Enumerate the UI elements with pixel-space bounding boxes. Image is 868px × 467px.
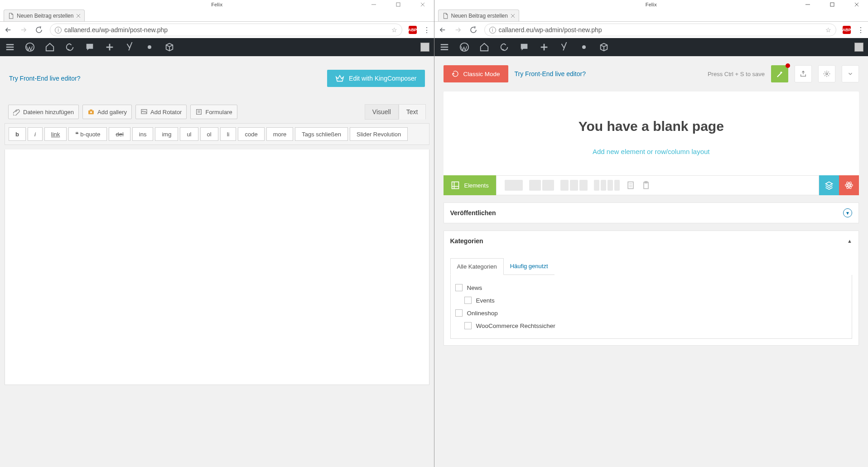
add-rotator-button[interactable]: Add Rotator <box>135 105 187 119</box>
home-icon[interactable] <box>44 42 55 53</box>
back-button[interactable] <box>438 25 447 34</box>
qt-img[interactable]: img <box>155 127 178 141</box>
qt-li[interactable]: li <box>220 127 236 141</box>
tab-close-icon[interactable] <box>76 14 81 18</box>
refresh-icon[interactable] <box>64 42 75 53</box>
forms-button[interactable]: Formulare <box>190 105 237 119</box>
adblock-icon[interactable]: ABP <box>409 26 417 34</box>
export-button[interactable] <box>795 65 812 82</box>
category-item[interactable]: Onlineshop <box>455 307 848 319</box>
kingcomposer-button[interactable]: Edit with KingComposer <box>327 70 424 87</box>
qt-link[interactable]: link <box>44 127 67 141</box>
wp-logo-icon[interactable] <box>459 42 470 53</box>
categories-header[interactable]: Kategorien ▲ <box>444 231 859 251</box>
category-item[interactable]: WooCommerce Rechtssicher <box>455 319 848 332</box>
forward-button[interactable] <box>19 25 28 34</box>
refresh-icon[interactable] <box>499 42 510 53</box>
try-frontend-link[interactable]: Try Front-End live editor? <box>515 70 586 77</box>
checkbox[interactable] <box>455 309 463 317</box>
package-icon[interactable] <box>164 42 175 53</box>
close-button[interactable] <box>849 0 864 9</box>
qt-bquote[interactable]: ❝b-quote <box>68 127 107 141</box>
tab-all-categories[interactable]: Alle Kategorien <box>450 258 504 275</box>
forward-button[interactable] <box>453 25 463 34</box>
elements-button[interactable]: Elements <box>444 175 496 195</box>
reload-button[interactable] <box>469 25 478 34</box>
close-button[interactable] <box>415 0 430 9</box>
qt-bold[interactable]: b <box>9 127 26 141</box>
visual-tab[interactable]: Visuell <box>365 104 399 120</box>
wp-logo-icon[interactable] <box>24 42 35 53</box>
site-info-icon[interactable]: i <box>55 27 62 34</box>
browser-tab[interactable]: Neuen Beitrag erstellen <box>438 10 519 21</box>
publish-header[interactable]: Veröffentlichen ▼ <box>444 203 859 223</box>
settings-button[interactable] <box>818 65 835 82</box>
qt-ul[interactable]: ul <box>180 127 198 141</box>
atom-button[interactable] <box>839 175 859 195</box>
maximize-button[interactable] <box>391 0 406 9</box>
user-avatar[interactable] <box>420 43 429 52</box>
reload-button[interactable] <box>34 25 43 34</box>
chevron-down-icon[interactable]: ▼ <box>843 208 852 217</box>
tab-close-icon[interactable] <box>511 14 515 18</box>
qt-closetags[interactable]: Tags schließen <box>295 127 348 141</box>
browser-tab[interactable]: Neuen Beitrag erstellen <box>4 10 85 21</box>
menu-icon[interactable] <box>439 42 450 53</box>
url-field[interactable]: i callanerd.eu/wp-admin/post-new.php ☆ <box>50 24 402 36</box>
yoast-icon[interactable] <box>559 42 569 53</box>
try-frontend-link[interactable]: Try Front-End live editor? <box>9 75 80 82</box>
checkbox[interactable] <box>464 297 472 304</box>
back-button[interactable] <box>4 25 13 34</box>
bookmark-icon[interactable]: ☆ <box>825 26 831 34</box>
preset-4col[interactable] <box>594 180 620 191</box>
status-dot-icon[interactable] <box>144 42 155 53</box>
bookmark-icon[interactable]: ☆ <box>391 26 397 34</box>
browser-menu-icon[interactable]: ⋮ <box>423 26 430 34</box>
add-files-button[interactable]: Dateien hinzufügen <box>8 105 79 119</box>
add-element-link[interactable]: Add new element or row/column layout <box>453 148 850 155</box>
qt-ol[interactable]: ol <box>200 127 218 141</box>
editor-textarea[interactable] <box>5 149 429 385</box>
plus-icon[interactable] <box>104 42 115 53</box>
user-avatar[interactable] <box>854 43 863 52</box>
qt-italic[interactable]: i <box>28 127 43 141</box>
menu-icon[interactable] <box>5 42 15 53</box>
package-icon[interactable] <box>598 42 609 53</box>
yoast-icon[interactable] <box>124 42 135 53</box>
maximize-button[interactable] <box>825 0 840 9</box>
minimize-button[interactable] <box>800 0 815 9</box>
preset-1col[interactable] <box>505 180 523 191</box>
url-field[interactable]: i callanerd.eu/wp-admin/post-new.php ☆ <box>484 24 837 36</box>
qt-more[interactable]: more <box>266 127 294 141</box>
checkbox[interactable] <box>455 284 463 291</box>
home-icon[interactable] <box>479 42 490 53</box>
add-gallery-button[interactable]: Add gallery <box>82 105 132 119</box>
template-icon[interactable] <box>626 180 635 191</box>
chevron-up-icon[interactable]: ▲ <box>847 238 852 244</box>
plus-icon[interactable] <box>539 42 550 53</box>
category-item[interactable]: News <box>455 281 848 294</box>
checkbox[interactable] <box>464 322 472 329</box>
category-item[interactable]: Events <box>455 294 848 307</box>
adblock-icon[interactable]: ABP <box>843 26 851 34</box>
preset-3col[interactable] <box>560 180 588 191</box>
clipboard-icon[interactable] <box>641 180 651 191</box>
preset-2col[interactable] <box>529 180 554 191</box>
minimize-button[interactable] <box>366 0 381 9</box>
status-dot-icon[interactable] <box>579 42 589 53</box>
save-button[interactable] <box>771 65 788 82</box>
qt-code[interactable]: code <box>238 127 264 141</box>
category-list[interactable]: News Events Onlineshop WooCommerce Recht… <box>450 275 853 339</box>
site-info-icon[interactable]: i <box>489 27 496 34</box>
comment-icon[interactable] <box>519 42 530 53</box>
tab-used-categories[interactable]: Häufig genutzt <box>504 258 555 275</box>
qt-slider[interactable]: Slider Revolution <box>350 127 408 141</box>
text-tab[interactable]: Text <box>399 104 426 120</box>
collapse-button[interactable] <box>842 65 859 82</box>
qt-del[interactable]: del <box>109 127 130 141</box>
classic-mode-button[interactable]: Classic Mode <box>444 65 508 82</box>
comment-icon[interactable] <box>84 42 95 53</box>
browser-menu-icon[interactable]: ⋮ <box>857 26 864 34</box>
qt-ins[interactable]: ins <box>132 127 154 141</box>
layers-button[interactable] <box>819 175 839 195</box>
